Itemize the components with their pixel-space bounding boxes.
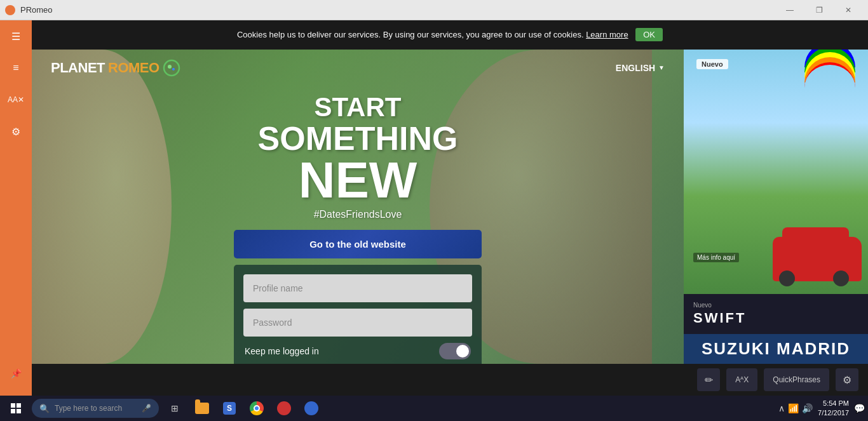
volume-icon: 🔊	[802, 403, 813, 413]
font-size-icon[interactable]: AA✕	[6, 90, 25, 109]
logo-icon	[163, 59, 180, 77]
file-explorer-app[interactable]	[189, 396, 215, 421]
cookie-ok-button[interactable]: OK	[635, 28, 663, 41]
search-placeholder: Type here to search	[55, 404, 122, 413]
pin-icon[interactable]: 📌	[6, 364, 25, 383]
hero-hashtag: #DatesFriendsLove	[32, 209, 684, 220]
keep-logged-toggle[interactable]	[439, 343, 471, 359]
minimize-button[interactable]: —	[775, 0, 804, 20]
font-icon: AᴬX	[735, 375, 749, 384]
hero-line3: NEW	[32, 155, 684, 206]
browser-content: Cookies help us to deliver our services.…	[32, 20, 868, 396]
ad-swift: SWIFT	[693, 310, 858, 326]
cookie-banner: Cookies help us to deliver our services.…	[32, 20, 868, 50]
ad-nuevo: Nuevo	[693, 302, 858, 309]
old-website-button[interactable]: Go to the old website	[234, 230, 482, 258]
clock[interactable]: 5:54 PM 7/12/2017	[818, 399, 849, 418]
svg-point-1	[168, 65, 172, 69]
ad-suzuki-section: SUZUKI MADRID	[684, 334, 868, 364]
main-area: ☰ ≡ AA✕ ⚙ 📌 Cookies help us to deliver o…	[0, 20, 868, 396]
chevron-down-icon: ▼	[658, 64, 665, 71]
prowl-icon	[277, 401, 291, 415]
ad-car-area: Nuevo Más info aquí	[684, 50, 868, 294]
svg-point-2	[172, 68, 175, 70]
old-website-prefix: Go to	[309, 239, 337, 250]
extra-icon	[304, 401, 318, 415]
ad-suzuki-text: SUZUKI MADRID	[693, 339, 858, 359]
ad-new-label: Nuevo	[696, 59, 728, 69]
chevron-icon: ∧	[778, 403, 785, 413]
rainbow-decoration	[804, 62, 855, 88]
ad-car	[773, 237, 862, 281]
toolbar-settings-button[interactable]: ⚙	[836, 368, 858, 391]
title-bar: PRomeo — ❐ ✕	[0, 0, 868, 20]
extra-app[interactable]	[299, 396, 324, 421]
list-icon[interactable]: ≡	[6, 58, 25, 77]
ad-sidebar: Nuevo Más info aquí Nuevo	[684, 50, 868, 364]
network-icon: 📶	[788, 403, 799, 413]
settings-icon: ⚙	[843, 374, 851, 386]
logo-planet: PLANET	[51, 60, 105, 76]
old-website-link: the old website	[337, 239, 405, 250]
taskbar-search[interactable]: 🔍 Type here to search 🎤	[32, 399, 159, 418]
language-label: ENGLISH	[616, 63, 655, 73]
pen-icon: ✏	[705, 374, 713, 386]
app-icon	[5, 5, 15, 15]
time-display: 5:54 PM	[818, 399, 849, 408]
store-app[interactable]: S	[217, 396, 242, 421]
pen-button[interactable]: ✏	[697, 368, 720, 391]
system-icons: ∧ 📶 🔊	[778, 403, 813, 413]
cookie-text: Cookies help us to deliver our services.…	[237, 30, 584, 39]
keep-logged-label: Keep me logged in	[245, 346, 319, 356]
menu-icon[interactable]: ☰	[6, 27, 25, 46]
password-input[interactable]	[243, 309, 472, 337]
taskbar-apps: ⊞ S	[162, 396, 324, 421]
hero-text: START SOMETHING NEW #DatesFriendsLove	[32, 93, 684, 220]
font-button[interactable]: AᴬX	[726, 368, 757, 391]
learn-more-link[interactable]: Learn more	[586, 30, 628, 39]
prowl-app[interactable]	[271, 396, 297, 421]
start-button[interactable]	[3, 396, 29, 421]
ad-image: Nuevo Más info aquí Nuevo	[684, 50, 868, 364]
window-title: PRomeo	[20, 5, 53, 15]
close-button[interactable]: ✕	[834, 0, 863, 20]
login-container: Go to the old website Keep me logged in	[32, 230, 684, 364]
hero-line1: START	[32, 93, 684, 122]
store-icon: S	[223, 402, 236, 415]
mic-icon: 🎤	[142, 404, 151, 413]
keep-logged-row: Keep me logged in	[243, 343, 472, 359]
windows-logo-icon	[11, 403, 21, 413]
date-display: 7/12/2017	[818, 408, 849, 418]
chrome-icon	[250, 401, 264, 415]
browser-sidebar: ☰ ≡ AA✕ ⚙ 📌	[0, 20, 32, 396]
car-wheel	[833, 271, 849, 286]
hero-line2: SOMETHING	[32, 122, 684, 155]
bottom-toolbar: ✏ AᴬX QuickPhrases ⚙	[32, 364, 868, 396]
site-content: PLANET ROMEO ENGLISH ▼	[32, 50, 684, 364]
search-icon: 🔍	[39, 404, 50, 413]
taskbar-right: ∧ 📶 🔊 5:54 PM 7/12/2017 💬	[778, 399, 865, 418]
logo-romeo: ROMEO	[108, 60, 159, 76]
window-controls: — ❐ ✕	[775, 0, 863, 20]
notification-icon[interactable]: 💬	[854, 403, 865, 413]
folder-icon	[195, 403, 209, 414]
settings-icon[interactable]: ⚙	[6, 122, 25, 141]
logo: PLANET ROMEO	[51, 59, 180, 77]
ad-text-area: Nuevo SWIFT	[684, 294, 868, 334]
quick-phrases-button[interactable]: QuickPhrases	[764, 368, 829, 391]
profile-name-input[interactable]	[243, 274, 472, 302]
site-header: PLANET ROMEO ENGLISH ▼	[32, 50, 684, 86]
page-area: PLANET ROMEO ENGLISH ▼	[32, 50, 868, 364]
svg-point-0	[164, 60, 179, 76]
task-view-button[interactable]: ⊞	[162, 396, 187, 421]
chrome-app[interactable]	[244, 396, 269, 421]
toggle-knob	[456, 345, 469, 358]
toolbar-right: ✏ AᴬX QuickPhrases ⚙	[697, 368, 858, 391]
login-form: Keep me logged in LOG IN	[234, 265, 482, 364]
ad-more-info: Más info aquí	[693, 253, 739, 262]
taskbar-left: 🔍 Type here to search 🎤 ⊞ S	[3, 396, 324, 421]
language-selector[interactable]: ENGLISH ▼	[616, 63, 665, 73]
task-view-icon: ⊞	[171, 403, 179, 413]
maximize-button[interactable]: ❐	[804, 0, 834, 20]
taskbar: 🔍 Type here to search 🎤 ⊞ S	[0, 396, 868, 421]
